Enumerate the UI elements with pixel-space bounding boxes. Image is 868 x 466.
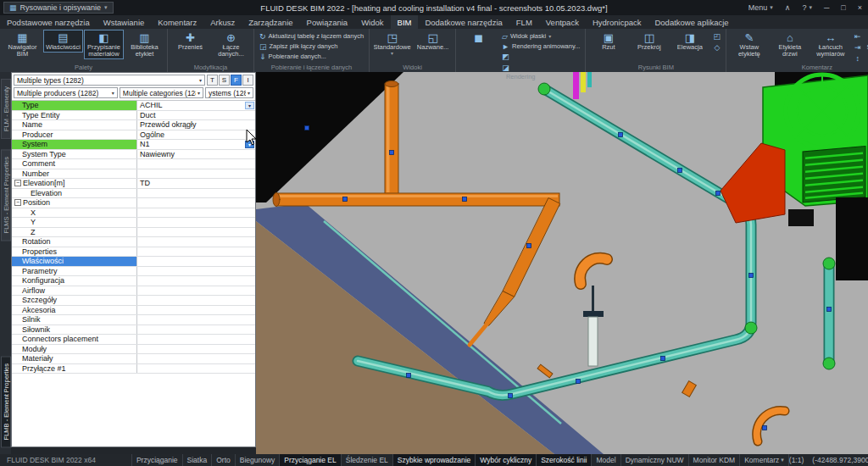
property-row-parametry[interactable]: Parametry [12, 267, 255, 277]
property-row-elevation-m[interactable]: −Elevation[m]TD [12, 179, 255, 189]
property-row-rotation[interactable]: Rotation [12, 237, 255, 247]
producer-filter-dropdown[interactable]: Multiple producers (1282) ▾ [14, 87, 118, 98]
status-toggle-monitor-kdm[interactable]: Monitor KDM [688, 454, 740, 466]
menu-button[interactable]: Menu ▾ [743, 0, 779, 15]
ribbon-button-dim-right-icon[interactable]: ⇥ [851, 42, 864, 53]
filter-button-s[interactable]: S [219, 75, 230, 86]
grip-marker[interactable] [619, 133, 623, 137]
property-row-akcesoria[interactable]: Akcesoria [12, 306, 255, 316]
grip-marker[interactable] [527, 244, 531, 248]
ribbon-button-render-settings-icon[interactable]: ◩ [499, 52, 512, 62]
property-row-w-a-ciwo-ci[interactable]: Właściwości [12, 257, 255, 267]
property-row-silnik[interactable]: Silnik [12, 315, 255, 325]
system-filter-dropdown[interactable]: ystems (1282 ▾ [205, 87, 253, 98]
property-row-konfiguracja[interactable]: Konfiguracja [12, 276, 255, 286]
status-toggle-przyci-ganie[interactable]: Przyciąganie [131, 454, 182, 466]
ribbon-button-widok-p-aski[interactable]: ▱Widok płaski▾ [499, 31, 582, 41]
menu-item-dodatkowe-narz-dzia[interactable]: Dodatkowe narzędzia [418, 15, 509, 29]
ribbon-button-cze-danych[interactable]: ⊕Łącze danych... [211, 30, 251, 59]
ribbon-button-aktualizuj-tabel-z-czem-danych[interactable]: ↻Aktualizuj tabelę z łączem danych [257, 31, 366, 41]
collapse-toggle-icon[interactable]: − [14, 180, 21, 186]
status-toggle-szeroko-linii[interactable]: Szerokość linii [536, 454, 591, 466]
ribbon-button-styl-wymiaru-bim[interactable]: ∡Styl wymiaru BIM [865, 30, 868, 59]
status-toggle-siatka[interactable]: Siatka [182, 454, 212, 466]
property-row-y[interactable]: Y [12, 218, 255, 228]
workspace-selector[interactable]: ▦ Rysowanie i opisywanie ▾ [3, 2, 114, 14]
property-row-elevation[interactable]: Elevation [12, 189, 255, 199]
status-toggle-dynamiczny-nuw[interactable]: Dynamiczny NUW [620, 454, 688, 466]
property-row-system[interactable]: SystemN1▾ [12, 140, 255, 150]
status-toggle-szybkie-wprowadzanie[interactable]: Szybkie wprowadzanie [392, 454, 475, 466]
menu-item-arkusz[interactable]: Arkusz [203, 15, 242, 29]
side-tab-flm-elementy[interactable]: FLM - Elementy [1, 79, 11, 139]
ribbon-button-dim-vertical-icon[interactable]: ↕ [851, 53, 864, 64]
maximize-button[interactable]: □ [835, 0, 851, 15]
status-toggle-wyb-r-cykliczny[interactable]: Wybór cykliczny [475, 454, 536, 466]
grip-marker[interactable] [407, 374, 411, 378]
status-toggle-przyci-ganie-el[interactable]: Przyciąganie EL [279, 454, 340, 466]
status-toggle-ledzenie-el[interactable]: Śledzenie EL [341, 454, 392, 466]
grip-marker[interactable] [763, 426, 767, 430]
ribbon-button-a-cuch-wymiar-w[interactable]: ↔Łańcuch wymiarów [810, 30, 850, 59]
menu-item-dodatkowe-aplikacje[interactable]: Dodatkowe aplikacje [648, 15, 735, 29]
close-button[interactable]: × [852, 0, 868, 15]
ribbon-button-wstaw-etykiet[interactable]: ✎Wstaw etykietę [729, 30, 769, 59]
property-row-position[interactable]: −Position [12, 198, 255, 208]
category-filter-dropdown[interactable]: Multiple categories (1282) ▾ [120, 87, 203, 98]
viewport-canvas[interactable] [256, 72, 868, 454]
grip-marker[interactable] [509, 394, 513, 398]
dropdown-arrow-icon[interactable]: ▾ [245, 102, 254, 109]
property-row-szczeg-y[interactable]: Szczegóły [12, 296, 255, 306]
property-row-modu-y[interactable]: Moduły [12, 345, 255, 355]
grip-marker[interactable] [463, 197, 467, 202]
drawing-viewport[interactable] [256, 72, 868, 454]
ribbon-button-rendering-animowany[interactable]: ►Rendering animowany... [499, 42, 582, 51]
property-row-x[interactable]: X [12, 208, 255, 219]
collapse-toggle-icon[interactable]: − [14, 199, 21, 206]
property-row-properties[interactable]: Properties [12, 247, 255, 258]
menu-item-wstawianie[interactable]: Wstawianie [97, 15, 152, 29]
ribbon-button-sheet-icon[interactable]: ◇ [710, 42, 723, 53]
ribbon-button-biblioteka-etykiet[interactable]: ▥Biblioteka etykiet [125, 30, 164, 59]
property-row-type[interactable]: TypeACHIL▾ [12, 101, 255, 111]
ribbon-button-dim-left-icon[interactable]: ⇤ [851, 31, 864, 42]
ribbon-button-pobieranie-danych[interactable]: ⇓Pobieranie danych... [257, 52, 366, 61]
property-row-number[interactable]: Number [12, 169, 255, 180]
ribbon-button-przenie[interactable]: ✚Przenieś [170, 30, 210, 53]
grip-marker[interactable] [343, 197, 348, 202]
ribbon-button-rzut[interactable]: ▣Rzut [588, 30, 628, 53]
status-toggle-biegunowy[interactable]: Biegunowy [235, 454, 280, 466]
ribbon-button-przypisanie-materia-w[interactable]: ◧Przypisanie materiałów [84, 30, 124, 59]
ribbon-button-etykieta-drzwi[interactable]: ⌂Etykieta drzwi [770, 30, 810, 59]
side-tab-flms-element-properties[interactable]: FLMS - Element Properties [1, 149, 11, 241]
ribbon-button-nazwane[interactable]: ◱Nazwane... [413, 30, 453, 53]
side-tab-flmb-element-properties[interactable]: FLMB - Element Properties [1, 356, 11, 447]
menu-item-hydronicpack[interactable]: Hydronicpack [586, 15, 648, 29]
menu-item-flm[interactable]: FLM [509, 15, 539, 29]
property-row-producer[interactable]: ProducerOgólne [12, 130, 255, 141]
property-row-system-type[interactable]: System TypeNawiewny [12, 150, 255, 160]
filter-button-t[interactable]: T [207, 75, 218, 86]
grip-marker[interactable] [576, 380, 581, 384]
status-toggle-model[interactable]: Model [591, 454, 620, 466]
menu-item-bim[interactable]: BIM [391, 15, 419, 29]
property-row-si-ownik[interactable]: Siłownik [12, 325, 255, 336]
property-row-z[interactable]: Z [12, 228, 255, 238]
menu-item-powi-zania[interactable]: Powiązania [300, 15, 355, 29]
filter-button-i[interactable]: I [242, 75, 253, 86]
grip-marker[interactable] [305, 126, 309, 130]
ribbon-button-elewacja[interactable]: ◨Elewacja [670, 30, 709, 53]
type-filter-dropdown[interactable]: Multiple types (1282) ▾ [14, 75, 205, 86]
menu-item-podstawowe-narz-dzia[interactable]: Podstawowe narzędzia [0, 15, 97, 29]
grip-marker[interactable] [678, 169, 682, 173]
filter-button-f[interactable]: F [231, 75, 242, 86]
ribbon-button-render-icon[interactable]: ◼ [459, 30, 498, 46]
grip-marker[interactable] [716, 191, 721, 196]
pin-ribbon-icon[interactable]: ∧ [779, 0, 797, 15]
grip-marker[interactable] [827, 308, 832, 312]
menu-item-ventpack[interactable]: Ventpack [539, 15, 586, 29]
menu-item-widok[interactable]: Widok [354, 15, 390, 29]
status-toggle-komentarz[interactable]: Komentarz▾ [739, 454, 789, 466]
property-row-airflow[interactable]: Airflow [12, 286, 255, 297]
menu-item-komentarz[interactable]: Komentarz [151, 15, 203, 29]
